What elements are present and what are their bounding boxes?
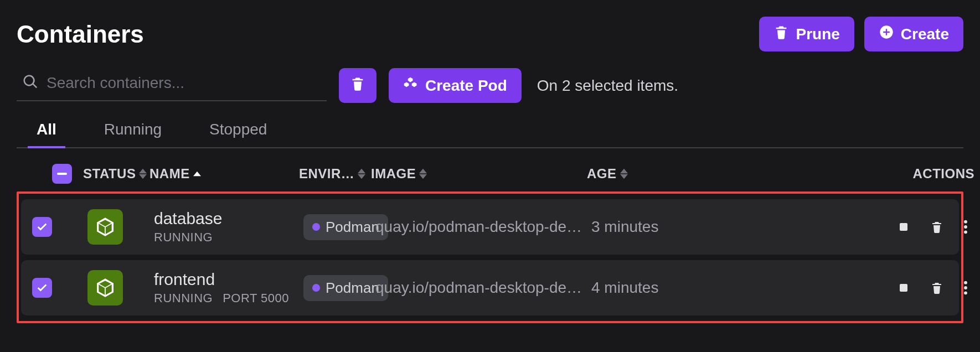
- status-cell: [87, 209, 154, 245]
- dot-icon: [312, 223, 320, 231]
- actions-cell: [818, 280, 980, 296]
- header-actions: Prune Create: [759, 17, 963, 51]
- more-actions-button[interactable]: [963, 219, 968, 235]
- sort-icon: [139, 168, 147, 179]
- table-header: STATUS NAME ENVIR… IMAGE: [17, 156, 963, 191]
- selection-highlight: database RUNNING Podman quay.io/podman-d…: [17, 191, 963, 323]
- table-row: database RUNNING Podman quay.io/podman-d…: [21, 199, 959, 255]
- create-button[interactable]: Create: [864, 17, 963, 51]
- stop-button[interactable]: [897, 220, 910, 234]
- tab-all[interactable]: All: [28, 115, 65, 148]
- create-pod-button[interactable]: Create Pod: [389, 68, 522, 103]
- container-status: RUNNING: [154, 230, 213, 245]
- page-title: Containers: [17, 20, 144, 48]
- age-cell: 3 minutes: [591, 218, 818, 236]
- environment-cell: Podman: [303, 214, 375, 240]
- cube-icon: [87, 209, 123, 245]
- trash-icon: [773, 24, 789, 44]
- svg-point-2: [964, 220, 967, 224]
- col-age[interactable]: AGE: [587, 166, 814, 182]
- svg-point-6: [964, 281, 967, 284]
- status-cell: [87, 270, 154, 306]
- actions-cell: [818, 219, 980, 235]
- table-row: frontend RUNNING PORT 5000 Podman quay.i…: [21, 260, 959, 315]
- cube-icon: [87, 270, 123, 306]
- svg-point-7: [964, 286, 967, 289]
- header: Containers Prune Create: [17, 17, 963, 51]
- select-all-checkbox[interactable]: [17, 164, 83, 184]
- prune-label: Prune: [796, 25, 839, 43]
- toolbar: Create Pod On 2 selected items.: [17, 68, 963, 103]
- delete-selected-button[interactable]: [339, 68, 376, 103]
- sort-icon: [358, 168, 365, 179]
- prune-button[interactable]: Prune: [759, 17, 854, 51]
- create-pod-label: Create Pod: [425, 77, 507, 95]
- image-cell: quay.io/podman-desktop-dem…: [375, 279, 591, 297]
- container-status: RUNNING: [154, 291, 213, 306]
- tabs: All Running Stopped: [17, 115, 963, 148]
- name-cell[interactable]: frontend RUNNING PORT 5000: [154, 270, 303, 306]
- svg-point-4: [964, 230, 967, 234]
- search-icon: [22, 74, 39, 92]
- create-label: Create: [901, 25, 949, 43]
- sort-asc-icon: [193, 171, 201, 177]
- container-port: PORT 5000: [223, 291, 289, 306]
- svg-point-8: [964, 291, 967, 294]
- stop-button[interactable]: [897, 281, 910, 294]
- age-cell: 4 minutes: [591, 279, 818, 297]
- sort-icon: [419, 168, 427, 179]
- container-table: STATUS NAME ENVIR… IMAGE: [17, 156, 963, 323]
- dot-icon: [312, 284, 320, 292]
- svg-rect-1: [900, 223, 907, 231]
- svg-point-3: [964, 225, 967, 229]
- delete-button[interactable]: [930, 220, 943, 234]
- tab-running[interactable]: Running: [95, 115, 171, 148]
- image-cell: quay.io/podman-desktop-dem…: [375, 218, 591, 236]
- container-name: frontend: [154, 270, 303, 289]
- col-environment[interactable]: ENVIR…: [299, 166, 371, 182]
- more-actions-button[interactable]: [963, 280, 968, 296]
- trash-icon: [350, 76, 365, 95]
- selected-info: On 2 selected items.: [537, 77, 678, 95]
- sort-icon: [620, 168, 628, 179]
- row-checkbox[interactable]: [21, 278, 87, 298]
- plus-circle-icon: [879, 24, 894, 44]
- col-actions: ACTIONS: [814, 166, 980, 182]
- search-wrap: [17, 70, 327, 101]
- col-status[interactable]: STATUS: [83, 166, 149, 182]
- row-checkbox[interactable]: [21, 217, 87, 237]
- col-image[interactable]: IMAGE: [371, 166, 587, 182]
- cubes-icon: [403, 76, 419, 95]
- container-name: database: [154, 209, 303, 228]
- tab-stopped[interactable]: Stopped: [200, 115, 276, 148]
- col-name[interactable]: NAME: [149, 166, 299, 182]
- name-cell[interactable]: database RUNNING: [154, 209, 303, 245]
- svg-rect-5: [900, 284, 907, 292]
- search-input[interactable]: [47, 74, 327, 92]
- environment-cell: Podman: [303, 275, 375, 301]
- delete-button[interactable]: [930, 281, 943, 294]
